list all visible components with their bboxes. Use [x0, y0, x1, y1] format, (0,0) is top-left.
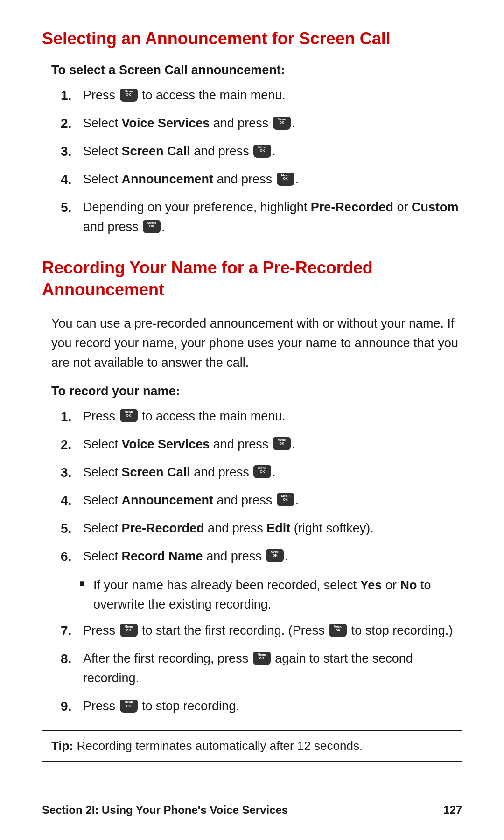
step-num: 4. [61, 170, 79, 189]
section-1-subtitle: To select a Screen Call announcement: [51, 63, 462, 77]
menu-ok-icon [266, 549, 284, 562]
section-2: Recording Your Name for a Pre-Recorded A… [42, 257, 462, 762]
step-text: Select Announcement and press . [83, 170, 462, 189]
menu-ok-icon [277, 493, 294, 506]
step-text: Press to stop recording. [83, 697, 462, 716]
step-num: 7. [61, 621, 79, 641]
step-1-3: 3. Select Screen Call and press . [61, 142, 462, 161]
step-num: 9. [61, 697, 79, 716]
step-2-6: 6. Select Record Name and press . [61, 547, 462, 567]
step-text: Select Voice Services and press . [83, 435, 462, 455]
section-2-steps-continued: 7. Press to start the first recording. (… [61, 621, 462, 716]
step-text: Select Screen Call and press . [83, 142, 462, 161]
step-num: 2. [61, 114, 79, 133]
menu-ok-icon [253, 465, 271, 478]
step-text: Select Voice Services and press . [83, 114, 462, 133]
step-text: Select Screen Call and press . [83, 463, 462, 483]
step-1-5: 5. Depending on your preference, highlig… [61, 198, 462, 237]
step-text: Depending on your preference, highlight … [83, 198, 462, 237]
step-text: Press to start the first recording. (Pre… [83, 621, 462, 641]
step-num: 5. [61, 198, 79, 217]
page-content: Selecting an Announcement for Screen Cal… [0, 0, 504, 818]
step-2-7: 7. Press to start the first recording. (… [61, 621, 462, 641]
tip-label: Tip: [51, 739, 73, 753]
step-num: 2. [61, 435, 79, 455]
footer-section-label: Section 2I: Using Your Phone's Voice Ser… [42, 804, 288, 817]
menu-ok-icon [329, 624, 347, 637]
step-text: Select Announcement and press . [83, 491, 462, 511]
step-text: Press to access the main menu. [83, 407, 462, 427]
menu-ok-icon [273, 117, 291, 130]
step-2-2: 2. Select Voice Services and press . [61, 435, 462, 455]
step-2-1: 1. Press to access the main menu. [61, 407, 462, 427]
step-num: 4. [61, 491, 79, 511]
menu-ok-icon [120, 409, 138, 422]
step-2-3: 3. Select Screen Call and press . [61, 463, 462, 483]
step-num: 8. [61, 649, 79, 669]
section-1: Selecting an Announcement for Screen Cal… [42, 28, 462, 237]
section-1-title: Selecting an Announcement for Screen Cal… [42, 28, 462, 50]
step-1-1: 1. Press to access the main menu. [61, 86, 462, 105]
step-6-sub-bullet: ■ If your name has already been recorded… [79, 576, 462, 615]
step-2-8: 8. After the first recording, press agai… [61, 649, 462, 688]
page-footer: Section 2I: Using Your Phone's Voice Ser… [42, 804, 462, 817]
step-2-4: 4. Select Announcement and press . [61, 491, 462, 511]
section-2-steps: 1. Press to access the main menu. 2. Sel… [61, 407, 462, 567]
tip-text: Recording terminates automatically after… [73, 739, 363, 753]
menu-ok-icon [143, 220, 161, 233]
step-text: Select Pre-Recorded and press Edit (righ… [83, 519, 462, 539]
bullet-marker: ■ [79, 579, 90, 588]
step-num: 1. [61, 407, 79, 427]
step-1-4: 4. Select Announcement and press . [61, 170, 462, 189]
step-num: 5. [61, 519, 79, 539]
section-2-title: Recording Your Name for a Pre-Recorded A… [42, 257, 462, 301]
step-num: 3. [61, 463, 79, 483]
sub-bullet-text: If your name has already been recorded, … [93, 576, 462, 615]
step-num: 1. [61, 86, 79, 105]
step-2-5: 5. Select Pre-Recorded and press Edit (r… [61, 519, 462, 539]
menu-ok-icon [273, 437, 291, 450]
step-text: Select Record Name and press . [83, 547, 462, 567]
footer-page-number: 127 [443, 804, 462, 817]
step-text: Press to access the main menu. [83, 86, 462, 105]
step-1-2: 2. Select Voice Services and press . [61, 114, 462, 133]
menu-ok-icon [120, 700, 138, 713]
section-1-steps: 1. Press to access the main menu. 2. Sel… [61, 86, 462, 237]
menu-ok-icon [277, 173, 294, 186]
section-2-body: You can use a pre-recorded announcement … [51, 314, 462, 373]
menu-ok-icon [120, 89, 138, 102]
step-num: 3. [61, 142, 79, 161]
step-num: 6. [61, 547, 79, 567]
section-2-subtitle: To record your name: [51, 384, 462, 399]
menu-ok-icon [253, 652, 271, 665]
step-text: After the first recording, press again t… [83, 649, 462, 688]
menu-ok-icon [120, 624, 138, 637]
step-2-9: 9. Press to stop recording. [61, 697, 462, 716]
tip-box: Tip: Recording terminates automatically … [42, 730, 462, 762]
menu-ok-icon [253, 145, 271, 158]
